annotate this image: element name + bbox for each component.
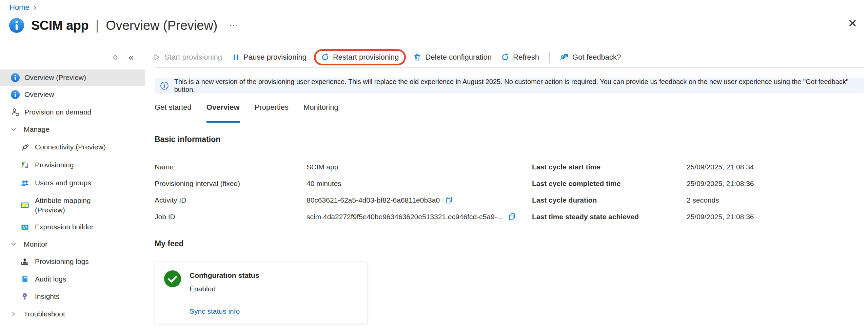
- field-label-job-id: Job ID: [155, 213, 307, 221]
- delete-configuration-button[interactable]: Delete configuration: [409, 53, 496, 62]
- restart-highlight-annotation: Restart provisioning: [314, 49, 406, 65]
- copy-activity-id-button[interactable]: [445, 196, 453, 205]
- sidebar-item-overview[interactable]: Overview: [0, 86, 145, 103]
- field-value-activity-id: 80c63621-62a5-4d03-bf82-6a6811e0b3a0: [307, 196, 440, 204]
- person-sync-icon: [10, 107, 20, 117]
- close-blade-icon[interactable]: ✕: [848, 18, 857, 29]
- tab-monitoring[interactable]: Monitoring: [303, 103, 338, 123]
- field-label-last-cycle-start: Last cycle start time: [532, 163, 687, 171]
- copy-icon: [445, 196, 453, 205]
- command-bar: « Start provisioning Pause provisioning …: [112, 48, 626, 66]
- code-icon: [20, 223, 29, 232]
- sidebar-item-insights[interactable]: Insights: [0, 288, 145, 305]
- start-provisioning-button[interactable]: Start provisioning: [148, 53, 227, 62]
- trash-icon: [413, 53, 421, 61]
- more-options-icon[interactable]: ⋯: [229, 20, 239, 31]
- sidebar-item-users-and-groups[interactable]: Users and groups: [0, 174, 145, 192]
- people-icon: [20, 178, 29, 187]
- restart-provisioning-button[interactable]: Restart provisioning: [320, 53, 400, 62]
- sidebar-menu: Overview (Preview) Overview Provision on…: [0, 69, 145, 323]
- field-label-interval: Provisioning interval (fixed): [155, 180, 307, 188]
- field-label-last-cycle-completed: Last cycle completed time: [532, 180, 687, 188]
- title-separator: |: [96, 18, 99, 33]
- page-title: SCIM app | Overview (Preview): [31, 18, 218, 33]
- refresh-button[interactable]: Refresh: [496, 53, 544, 62]
- plug-icon: [20, 143, 29, 152]
- field-value-name: SCIM app: [307, 163, 532, 171]
- sync-cycle-icon: [20, 161, 29, 170]
- field-value-last-cycle-duration: 2 seconds: [687, 196, 754, 204]
- info-icon: [10, 90, 20, 99]
- app-name: SCIM app: [31, 18, 88, 33]
- sidebar-section-manage[interactable]: Manage: [0, 121, 145, 138]
- sidebar-item-expression-builder[interactable]: Expression builder: [0, 219, 145, 235]
- person-log-icon: [20, 257, 29, 266]
- field-value-last-cycle-start: 25/09/2025, 21:08:34: [687, 163, 754, 171]
- command-bar-rule: [155, 67, 864, 68]
- app-info-icon: [9, 18, 24, 33]
- sidebar-item-connectivity-preview[interactable]: Connectivity (Preview): [0, 138, 145, 156]
- success-check-icon: [164, 270, 181, 288]
- breadcrumb-chevron-icon: ›: [34, 3, 36, 12]
- field-label-name: Name: [155, 163, 307, 171]
- feedback-icon: [560, 53, 569, 62]
- chevron-down-icon: [11, 242, 16, 247]
- lightbulb-icon: [20, 292, 29, 301]
- tab-get-started[interactable]: Get started: [155, 103, 192, 123]
- chevron-down-icon: [11, 127, 16, 132]
- configuration-status-card: Configuration status Enabled Sync status…: [155, 262, 368, 324]
- basic-information-grid: Name SCIM app Last cycle start time 25/0…: [155, 159, 754, 225]
- sidebar-item-overview-preview[interactable]: Overview (Preview): [0, 69, 145, 86]
- field-value-steady-state: 25/09/2025, 21:08:36: [687, 213, 754, 221]
- banner-message: This is a new version of the provisionin…: [174, 78, 864, 94]
- field-label-steady-state: Last time steady state achieved: [532, 213, 687, 221]
- blade-name: Overview (Preview): [106, 18, 217, 33]
- play-icon: [153, 53, 161, 61]
- sidebar-item-provisioning[interactable]: Provisioning: [0, 156, 145, 174]
- refresh-icon: [501, 53, 509, 61]
- tab-overview[interactable]: Overview: [206, 103, 240, 123]
- page-title-row: SCIM app | Overview (Preview) ⋯: [9, 18, 239, 33]
- info-icon: [10, 73, 20, 82]
- breadcrumb-home-link[interactable]: Home: [9, 3, 29, 12]
- sidebar-section-troubleshoot[interactable]: Troubleshoot: [0, 305, 145, 323]
- sidebar-item-attribute-mapping[interactable]: Attribute mapping (Preview): [0, 192, 145, 219]
- book-icon: [20, 275, 29, 284]
- tab-bar: Get started Overview Properties Monitori…: [155, 103, 338, 123]
- field-label-last-cycle-duration: Last cycle duration: [532, 196, 687, 204]
- table-icon: [20, 201, 29, 210]
- sidebar-section-monitor[interactable]: Monitor: [0, 235, 145, 253]
- breadcrumb: Home ›: [9, 3, 36, 12]
- my-feed-heading: My feed: [155, 239, 184, 248]
- sidebar-item-audit-logs[interactable]: Audit logs: [0, 270, 145, 288]
- info-banner: This is a new version of the provisionin…: [155, 78, 864, 94]
- card-title: Configuration status: [190, 270, 259, 279]
- field-value-interval: 40 minutes: [307, 180, 532, 188]
- tab-properties[interactable]: Properties: [255, 103, 289, 123]
- card-status-value: Enabled: [190, 285, 259, 293]
- pause-icon: [232, 53, 240, 61]
- collapse-blade-icon[interactable]: «: [129, 52, 134, 63]
- basic-information-heading: Basic information: [155, 135, 220, 144]
- chevron-right-icon: [11, 311, 16, 317]
- copy-icon: [508, 212, 516, 221]
- got-feedback-button[interactable]: Got feedback?: [555, 53, 626, 62]
- info-outline-icon: [160, 81, 169, 90]
- field-label-activity-id: Activity ID: [155, 196, 307, 204]
- copy-job-id-button[interactable]: [508, 212, 516, 221]
- pause-provisioning-button[interactable]: Pause provisioning: [227, 53, 311, 62]
- sidebar-item-provisioning-logs[interactable]: Provisioning logs: [0, 253, 145, 270]
- restart-icon: [321, 53, 329, 61]
- sidebar-item-provision-on-demand[interactable]: Provision on demand: [0, 103, 145, 121]
- field-value-last-cycle-completed: 25/09/2025, 21:08:36: [687, 180, 754, 188]
- field-value-job-id: scim.4da2272f9f5e40be963463620e513321.ec…: [307, 213, 503, 221]
- sync-status-info-link[interactable]: Sync status info: [190, 307, 259, 315]
- toolbar-divider: [549, 52, 550, 63]
- dock-diamond-icon[interactable]: [112, 54, 118, 61]
